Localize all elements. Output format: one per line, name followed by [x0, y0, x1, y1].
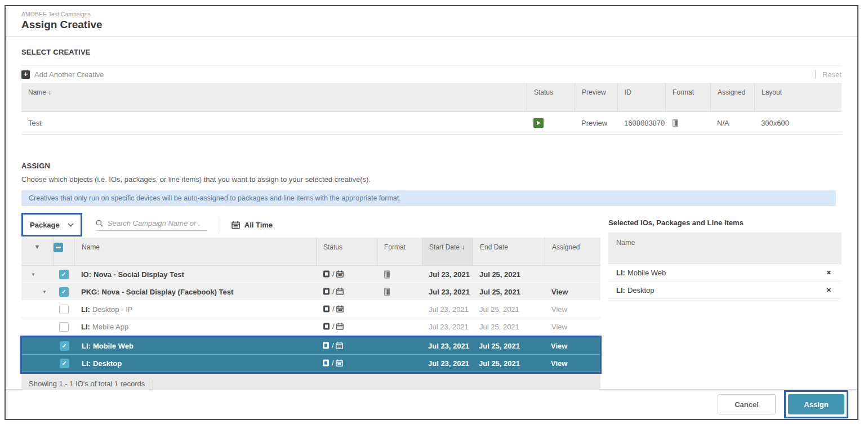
cancel-button[interactable]: Cancel: [718, 394, 776, 414]
creative-status: [527, 118, 575, 128]
assign-button-annotation: Assign: [784, 390, 848, 418]
assign-table-body: ▼✓IO:Nova - Social Display Test/Jul 23, …: [21, 266, 600, 374]
row-checkbox[interactable]: ✓: [59, 287, 69, 297]
assign-row-pkg-nova-social-display-facebook-test[interactable]: ▼✓PKG:Nova - Social Display (Facebook) T…: [21, 283, 600, 301]
creative-table-body: TestPreview1608083870N/A300x600: [21, 112, 842, 135]
info-banner: Creatives that only run on specific devi…: [21, 190, 836, 206]
chevron-down-icon: [68, 223, 74, 227]
checkbox-cell: ✓: [53, 270, 74, 279]
creative-row-test[interactable]: TestPreview1608083870N/A300x600: [21, 112, 842, 135]
object-status: /: [316, 270, 377, 279]
assigned-view-link[interactable]: View: [545, 323, 600, 331]
status-separator: /: [332, 287, 335, 296]
assign-col-name[interactable]: Name: [74, 238, 316, 265]
dialog-content: SELECT CREATIVE + Add Another Creative R…: [6, 37, 857, 389]
row-expander-icon[interactable]: ▼: [31, 272, 35, 277]
status-separator: /: [332, 359, 334, 367]
creative-format: [665, 119, 710, 127]
end-date: Jul 25, 2021: [473, 288, 545, 296]
checkbox-cell: [53, 322, 74, 332]
search-input[interactable]: [108, 219, 201, 227]
status-separator: /: [332, 305, 335, 313]
add-another-creative-button[interactable]: Add Another Creative: [34, 70, 104, 79]
display-status-icon: [322, 359, 330, 367]
object-prefix: LI:: [81, 323, 90, 331]
assign-col-start-date[interactable]: Start Date ↓: [422, 238, 473, 265]
assign-row-li-desktop[interactable]: ✓LI:Desktop/Jul 23, 2021Jul 25, 2021View: [22, 355, 600, 372]
row-checkbox[interactable]: [59, 322, 69, 332]
selected-item-mobile-web: LI:Mobile Web✕: [608, 264, 842, 282]
object-status: /: [316, 287, 377, 297]
selected-items-title: Selected IOs, Packages and Line Items: [608, 212, 842, 227]
selected-item-prefix: LI:: [616, 269, 625, 277]
preview-link[interactable]: Preview: [575, 119, 617, 127]
date-range-filter[interactable]: All Time: [232, 221, 273, 229]
assigned-view-link[interactable]: View: [545, 305, 600, 314]
remove-item-icon[interactable]: ✕: [826, 287, 831, 294]
assign-table-footer: Showing 1 - 1 IO's of total 1 records: [21, 374, 600, 389]
creative-col-status[interactable]: Status: [527, 83, 575, 111]
assign-col-end-date[interactable]: End Date: [473, 238, 545, 265]
selected-item-name: LI:Desktop: [616, 286, 826, 294]
assign-col-status[interactable]: Status: [316, 238, 377, 265]
assign-row-li-desktop-ip[interactable]: LI:Desktop - IP/Jul 23, 2021Jul 25, 2021…: [21, 301, 600, 318]
object-type-dropdown[interactable]: Package: [23, 215, 81, 235]
assign-button[interactable]: Assign: [788, 394, 844, 414]
end-date: Jul 25, 2021: [472, 342, 544, 350]
display-status-icon: [323, 305, 331, 313]
object-format: [377, 270, 422, 279]
selected-items-list: LI:Mobile Web✕LI:Desktop✕: [608, 264, 842, 299]
assigned-view-link[interactable]: View: [545, 288, 600, 296]
display-status-icon: [322, 342, 330, 349]
status-icons: /: [323, 270, 344, 278]
filter-expand-all[interactable]: ▼: [21, 238, 53, 265]
footer-divider: [153, 379, 153, 389]
object-status: /: [316, 322, 377, 332]
creative-col-layout[interactable]: Layout: [754, 83, 842, 111]
search-box: [96, 219, 207, 231]
creative-col-preview[interactable]: Preview: [575, 83, 617, 111]
assigned-view-link[interactable]: View: [544, 359, 600, 368]
object-type-selected: Package: [30, 221, 60, 229]
row-expander-icon[interactable]: ▼: [42, 289, 47, 294]
select-all-checkbox[interactable]: [54, 243, 63, 252]
assigned-view-link[interactable]: View: [544, 342, 600, 350]
row-checkbox[interactable]: ✓: [60, 359, 69, 368]
creative-col-name[interactable]: Name ↓: [21, 83, 527, 111]
creative-layout: 300x600: [754, 119, 842, 127]
reset-button[interactable]: Reset: [822, 70, 842, 79]
object-label: Mobile Web: [93, 342, 133, 350]
assign-col-format[interactable]: Format: [377, 238, 422, 265]
filter-divider: [220, 217, 220, 233]
assign-table-header: ▼NameStatusFormatStart Date ↓End DateAss…: [21, 238, 600, 266]
row-checkbox[interactable]: [59, 305, 69, 314]
object-prefix: PKG:: [81, 288, 100, 296]
assign-row-li-mobile-web[interactable]: ✓LI:Mobile Web/Jul 23, 2021Jul 25, 2021V…: [22, 337, 600, 355]
status-separator: /: [332, 341, 334, 350]
remove-item-icon[interactable]: ✕: [826, 269, 831, 276]
object-label: Nova - Social Display (Facebook) Test: [102, 288, 234, 296]
object-label: Mobile App: [92, 323, 128, 331]
checkbox-cell: ✓: [54, 359, 75, 368]
object-name: LI:Mobile Web: [75, 342, 315, 350]
assign-row-io-nova-social-display-test[interactable]: ▼✓IO:Nova - Social Display Test/Jul 23, …: [21, 266, 600, 283]
selected-rows-annotation: ✓LI:Mobile Web/Jul 23, 2021Jul 25, 2021V…: [20, 336, 602, 374]
assign-row-li-mobile-app[interactable]: LI:Mobile App/Jul 23, 2021Jul 25, 2021Vi…: [21, 318, 600, 336]
display-status-icon: [323, 288, 331, 295]
status-icons: /: [323, 287, 344, 296]
creative-col-format[interactable]: Format: [665, 83, 710, 111]
object-name: LI:Mobile App: [74, 323, 316, 331]
object-label: Nova - Social Display Test: [94, 270, 184, 279]
object-name: IO:Nova - Social Display Test: [74, 270, 316, 279]
object-prefix: LI:: [82, 342, 91, 350]
assign-col-assigned[interactable]: Assigned: [545, 238, 600, 265]
row-checkbox[interactable]: ✓: [59, 270, 69, 279]
row-checkbox[interactable]: ✓: [60, 341, 69, 351]
calendar-status-icon: [336, 305, 344, 313]
indeterminate-mark: [56, 247, 61, 248]
creative-col-assigned[interactable]: Assigned: [710, 83, 754, 111]
creative-col-id[interactable]: ID: [617, 83, 665, 111]
object-format: [377, 288, 422, 296]
object-label: Desktop - IP: [92, 305, 133, 314]
assign-main: Package All Time ▼NameStat: [21, 212, 842, 389]
